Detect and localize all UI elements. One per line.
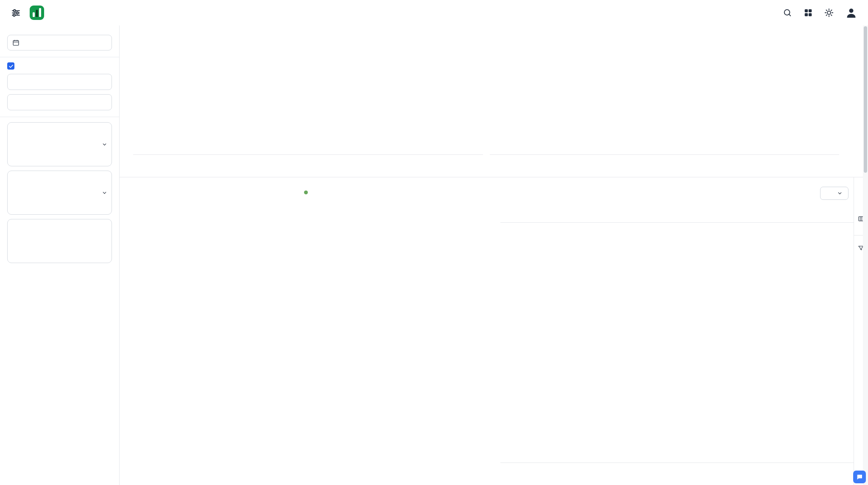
sliders-icon [11, 8, 21, 18]
industry-table-header [500, 207, 854, 223]
top-bar [0, 0, 868, 25]
brand-logo[interactable] [29, 5, 49, 20]
account-button[interactable] [844, 6, 859, 20]
divider [0, 117, 119, 117]
filters-sidebar [0, 25, 120, 485]
user-avatar-icon [845, 7, 857, 19]
industry-table-panel [495, 177, 854, 485]
buy-table-pagination [133, 154, 483, 177]
chart-plot-area [177, 201, 483, 415]
chat-widget-button[interactable] [853, 471, 866, 483]
sectors-filter-select[interactable] [7, 171, 112, 215]
chevron-down-icon [837, 191, 843, 196]
sell-flow-panel [490, 25, 840, 177]
symbols-filter-input[interactable] [7, 74, 112, 90]
search-icon [783, 8, 792, 17]
buy-flow-panel [133, 25, 483, 177]
exclude-common-checkbox[interactable] [7, 62, 14, 70]
sell-table-pagination [490, 154, 840, 177]
divider [0, 57, 119, 57]
theme-toggle-button[interactable] [823, 7, 835, 19]
tradesviz-logo-icon [29, 5, 45, 20]
sun-icon [824, 8, 834, 17]
scrollbar-thumb[interactable] [864, 26, 867, 173]
chat-icon [856, 474, 863, 480]
grid-icon [804, 8, 813, 17]
symbol-groups-select[interactable] [7, 122, 112, 166]
chart-area [120, 201, 484, 415]
options-flow-tables [120, 25, 868, 177]
main-content [120, 25, 868, 485]
search-button[interactable] [781, 7, 793, 19]
sectors-exclude-select[interactable] [7, 219, 112, 263]
apps-button[interactable] [802, 7, 814, 19]
filter-sliders-button[interactable] [9, 6, 22, 20]
date-range-input[interactable] [7, 35, 112, 50]
symbols-exclude-input[interactable] [7, 94, 112, 110]
chart-legend-item[interactable] [120, 191, 495, 194]
flow-select[interactable] [820, 187, 848, 200]
chart-y-axis [120, 201, 177, 415]
industry-table-header-bar [500, 187, 854, 207]
analysis-section [120, 177, 868, 485]
premium-industry-chart [120, 177, 495, 485]
industry-table-pagination [500, 463, 854, 485]
vertical-scrollbar[interactable] [863, 25, 868, 485]
calendar-icon [12, 39, 20, 46]
chevron-down-icon [102, 142, 107, 147]
legend-marker [304, 191, 308, 194]
chart-bars [177, 201, 483, 415]
chevron-down-icon [102, 190, 107, 196]
